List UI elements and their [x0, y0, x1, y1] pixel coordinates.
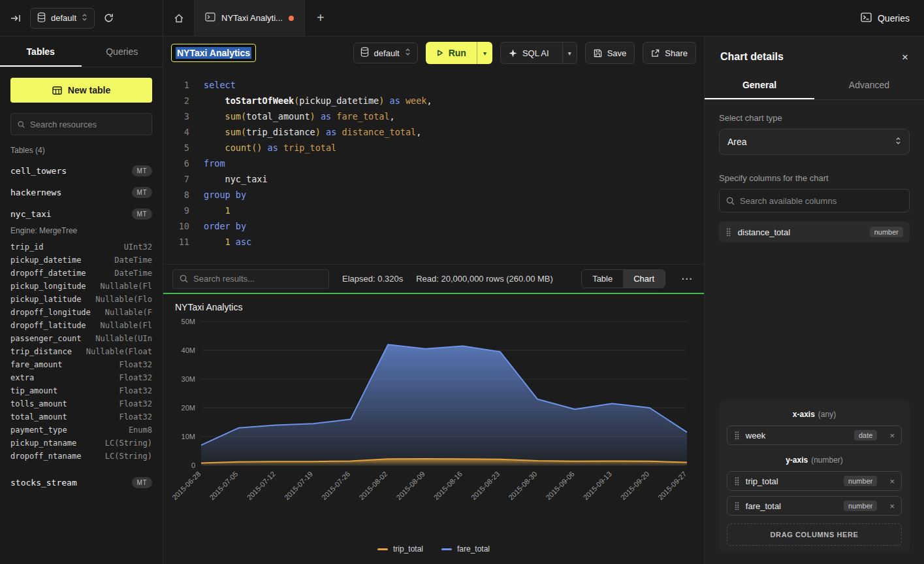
y-axis-item[interactable]: ⣿trip_totalnumber×: [727, 471, 902, 491]
sidebar-tab-tables[interactable]: Tables: [0, 37, 82, 67]
table-row[interactable]: cell_towersMT: [10, 160, 152, 182]
svg-text:30M: 30M: [182, 375, 195, 383]
tab-general[interactable]: General: [705, 73, 814, 99]
chart-type-select[interactable]: Area: [719, 129, 910, 155]
columns-search[interactable]: [719, 189, 910, 212]
search-icon: [180, 274, 188, 283]
drag-handle-icon[interactable]: ⣿: [734, 431, 740, 440]
column-row[interactable]: trip_distanceNullable(Float: [10, 345, 152, 358]
resources-search[interactable]: [10, 113, 152, 135]
column-row[interactable]: fare_amountFloat32: [10, 358, 152, 371]
drag-handle-icon[interactable]: ⣿: [734, 501, 740, 510]
remove-icon[interactable]: ×: [889, 431, 895, 440]
editor-line[interactable]: 11 1 asc: [171, 234, 704, 250]
chart-view-button[interactable]: Chart: [623, 270, 665, 288]
sql-ai-caret[interactable]: ▾: [562, 42, 577, 63]
column-row[interactable]: payment_typeEnum8: [10, 423, 152, 437]
query-title-input[interactable]: NYTaxi Analytics: [171, 44, 256, 62]
svg-text:2015-08-02: 2015-08-02: [357, 470, 389, 501]
column-row[interactable]: pickup_latitudeNullable(Flo: [10, 293, 152, 306]
more-options-icon[interactable]: ⋯: [678, 273, 695, 284]
drop-zone[interactable]: DRAG COLUMNS HERE: [727, 523, 902, 546]
collapse-sidebar-icon[interactable]: [8, 11, 24, 25]
table-view-button[interactable]: Table: [582, 270, 623, 288]
resources-search-input[interactable]: [30, 120, 145, 129]
drag-handle-icon[interactable]: ⣿: [734, 476, 740, 486]
available-column-item[interactable]: ⣿distance_totalnumber: [719, 222, 910, 242]
save-button[interactable]: Save: [585, 42, 635, 64]
column-type: Float32: [119, 399, 152, 408]
columns-search-input[interactable]: [740, 196, 902, 206]
line-number: 3: [171, 108, 189, 124]
content: Tables Queries New table Tables (4) cell…: [0, 37, 924, 564]
table-row[interactable]: hackernewsMT: [10, 182, 152, 203]
chart-canvas[interactable]: 010M20M30M40M50M2015-06-282015-07-052015…: [168, 315, 699, 525]
column-name: trip_distance: [10, 347, 72, 356]
tab-advanced[interactable]: Advanced: [814, 73, 924, 99]
editor-line[interactable]: 8group by: [171, 187, 704, 203]
run-button-main[interactable]: Run: [426, 42, 477, 64]
run-dropdown-caret[interactable]: ▾: [477, 42, 492, 64]
column-row[interactable]: trip_idUInt32: [10, 241, 152, 254]
query-database-selector[interactable]: default: [353, 42, 418, 63]
column-row[interactable]: dropoff_latitudeNullable(Fl: [10, 319, 152, 332]
queries-button[interactable]: Queries: [861, 12, 910, 24]
sql-ai-button[interactable]: SQL AI ▾: [500, 42, 577, 64]
editor-line[interactable]: 5 count() as trip_total: [171, 140, 704, 156]
column-row[interactable]: pickup_longitudeNullable(Fl: [10, 280, 152, 293]
editor-line[interactable]: 10order by: [171, 218, 704, 234]
legend-item[interactable]: trip_total: [377, 544, 423, 554]
editor-line[interactable]: 1select: [171, 77, 704, 93]
svg-text:2015-08-09: 2015-08-09: [395, 470, 426, 501]
share-button[interactable]: Share: [643, 42, 696, 64]
tab-strip: NYTaxi Analyti... +: [163, 0, 336, 36]
new-table-button[interactable]: New table: [10, 78, 152, 103]
home-tab[interactable]: [163, 0, 195, 36]
editor-line[interactable]: 2 toStartOfWeek(pickup_datetime) as week…: [171, 93, 704, 108]
column-row[interactable]: pickup_ntanameLC(String): [10, 437, 152, 450]
column-row[interactable]: pickup_datetimeDateTime: [10, 254, 152, 267]
column-row[interactable]: passenger_countNullable(UIn: [10, 332, 152, 345]
sidebar-tab-queries[interactable]: Queries: [82, 37, 163, 67]
new-tab-button[interactable]: +: [305, 0, 336, 36]
drag-handle-icon[interactable]: ⣿: [725, 227, 731, 237]
remove-icon[interactable]: ×: [889, 477, 895, 486]
run-button[interactable]: Run ▾: [426, 42, 492, 64]
column-name: total_amount: [10, 412, 67, 422]
table-row[interactable]: nyc_taxiMT: [10, 203, 152, 225]
table-name: stocks_stream: [10, 478, 77, 488]
editor-line[interactable]: 9 1: [171, 203, 704, 218]
column-row[interactable]: dropoff_datetimeDateTime: [10, 267, 152, 280]
column-row[interactable]: tolls_amountFloat32: [10, 397, 152, 410]
svg-text:2015-09-13: 2015-09-13: [582, 470, 613, 501]
column-item-name: distance_total: [738, 227, 790, 237]
editor-line[interactable]: 3 sum(total_amount) as fare_total,: [171, 108, 704, 124]
column-row[interactable]: extraFloat32: [10, 371, 152, 384]
query-tab[interactable]: NYTaxi Analyti...: [195, 0, 305, 36]
database-selector[interactable]: default: [30, 8, 95, 29]
chart-section: NYTaxi Analytics 010M20M30M40M50M2015-06…: [163, 294, 704, 564]
remove-icon[interactable]: ×: [889, 502, 895, 510]
results-search-input[interactable]: [193, 274, 322, 284]
results-search[interactable]: [172, 269, 329, 289]
editor-line[interactable]: 7 nyc_taxi: [171, 171, 704, 187]
code-text: 1 asc: [204, 234, 251, 250]
column-row[interactable]: total_amountFloat32: [10, 410, 152, 423]
table-row[interactable]: stocks_streamMT: [10, 472, 152, 493]
editor-line[interactable]: 6from: [171, 156, 704, 171]
column-row[interactable]: tip_amountFloat32: [10, 384, 152, 397]
sql-editor[interactable]: 1select2 toStartOfWeek(pickup_datetime) …: [163, 69, 704, 264]
editor-line[interactable]: 4 sum(trip_distance) as distance_total,: [171, 124, 704, 140]
x-axis-item[interactable]: ⣿weekdate×: [727, 425, 902, 445]
column-row[interactable]: dropoff_ntanameLC(String): [10, 450, 152, 463]
run-button-label: Run: [449, 48, 466, 58]
legend-item[interactable]: fare_total: [441, 544, 490, 554]
type-badge: number: [844, 476, 877, 486]
sql-ai-main[interactable]: SQL AI: [501, 42, 557, 63]
y-axis-item[interactable]: ⣿fare_totalnumber×: [727, 496, 902, 516]
column-name: dropoff_datetime: [10, 269, 86, 278]
column-row[interactable]: dropoff_longitudeNullable(F: [10, 306, 152, 319]
refresh-icon[interactable]: [101, 10, 116, 25]
close-icon[interactable]: ×: [902, 52, 908, 63]
column-item-name: trip_total: [746, 476, 778, 486]
